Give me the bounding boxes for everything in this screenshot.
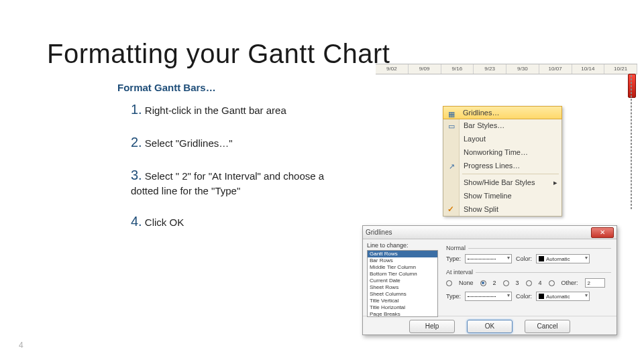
interval-color-label: Color: xyxy=(516,293,532,300)
step-number: 2. xyxy=(131,135,142,149)
list-item[interactable]: Gantt Rows xyxy=(368,251,437,257)
interval-type-label: Type: xyxy=(446,293,461,300)
list-item[interactable]: Title Vertical xyxy=(368,298,437,304)
timescale-date: 9/23 xyxy=(474,64,506,74)
step-item: 2. Select "Gridlines…" xyxy=(131,133,332,152)
ok-button[interactable]: OK xyxy=(467,320,513,333)
step-number: 3. xyxy=(131,168,142,182)
timescale-date: 9/02 xyxy=(376,64,409,74)
interval-section-label: At interval xyxy=(446,269,611,276)
list-item[interactable]: Sheet Columns xyxy=(368,291,437,298)
normal-section-label: Normal xyxy=(446,245,611,251)
step-item: 3. Select " 2" for "At Interval" and cho… xyxy=(131,166,332,198)
color-swatch-icon xyxy=(539,256,544,261)
line-sample-icon xyxy=(468,296,496,297)
line-to-change-listbox[interactable]: Gantt Rows Bar Rows Middle Tier Column B… xyxy=(367,250,438,317)
color-value: Automatic xyxy=(546,256,570,262)
menu-item-label: Progress Lines… xyxy=(464,162,520,170)
menu-item-gridlines[interactable]: ▦ Gridlines… xyxy=(443,106,562,119)
page-number: 4 xyxy=(19,341,23,350)
menu-item-show-timeline[interactable]: Show Timeline xyxy=(443,189,561,202)
interval-radio-2[interactable] xyxy=(480,280,486,286)
timescale-date: 10/07 xyxy=(539,64,572,74)
menu-item-label: Show/Hide Bar Styles xyxy=(464,178,535,186)
step-text: Select " 2" for "At Interval" and choose… xyxy=(131,170,324,196)
list-item[interactable]: Current Date xyxy=(368,278,437,284)
cancel-button[interactable]: Cancel xyxy=(525,320,570,333)
menu-item-show-split[interactable]: Show Split xyxy=(443,202,561,216)
radio-label: 4 xyxy=(539,280,542,286)
normal-type-combo[interactable] xyxy=(465,254,512,263)
timescale-date: 9/16 xyxy=(441,64,474,74)
interval-radio-group: None 2 3 4 Other: 2 xyxy=(446,278,611,288)
menu-item-show-hide-bar-styles[interactable]: Show/Hide Bar Styles ▸ xyxy=(443,176,561,189)
list-item[interactable]: Sheet Rows xyxy=(368,284,437,291)
progress-lines-icon: ↗ xyxy=(446,161,457,172)
dialog-title: Gridlines xyxy=(366,229,591,236)
radio-label: 2 xyxy=(493,280,496,286)
interval-color-combo[interactable]: Automatic xyxy=(536,292,590,301)
gridlines-icon: ▦ xyxy=(446,109,457,119)
menu-item-progress-lines[interactable]: ↗ Progress Lines… xyxy=(443,159,561,172)
color-label: Color: xyxy=(516,255,532,262)
timescale-date: 9/09 xyxy=(409,64,441,74)
dialog-close-button[interactable]: ✕ xyxy=(591,227,614,238)
step-text: Select "Gridlines…" xyxy=(145,137,233,149)
menu-item-layout[interactable]: Layout xyxy=(443,132,561,145)
list-item[interactable]: Bar Rows xyxy=(368,257,437,264)
menu-item-label: Show Split xyxy=(464,205,498,213)
radio-label: None xyxy=(459,280,474,286)
type-label: Type: xyxy=(446,255,461,262)
submenu-arrow-icon: ▸ xyxy=(553,178,557,187)
interval-radio-3[interactable] xyxy=(503,280,509,286)
radio-label: Other: xyxy=(561,280,578,286)
list-item[interactable]: Title Horizontal xyxy=(368,304,437,311)
slide-subtitle: Format Gantt Bars… xyxy=(117,82,216,93)
list-item[interactable]: Middle Tier Column xyxy=(368,264,437,271)
interval-type-combo[interactable] xyxy=(465,292,512,301)
interval-other-spinner[interactable]: 2 xyxy=(585,278,605,288)
dialog-titlebar: Gridlines ✕ xyxy=(363,226,616,239)
step-number: 1. xyxy=(131,102,142,117)
context-menu: ▦ Gridlines… ▭ Bar Styles… Layout Nonwor… xyxy=(443,106,562,217)
today-marker xyxy=(628,74,636,98)
slide-title: Formatting your Gantt Chart xyxy=(47,39,390,69)
line-sample-icon xyxy=(468,259,496,259)
menu-item-label: Gridlines… xyxy=(463,109,499,117)
menu-item-label: Bar Styles… xyxy=(464,121,504,129)
menu-separator xyxy=(462,174,559,174)
bar-styles-icon: ▭ xyxy=(446,121,457,131)
menu-item-bar-styles[interactable]: ▭ Bar Styles… xyxy=(443,119,561,132)
dialog-button-row: Help OK Cancel xyxy=(363,316,616,336)
menu-item-label: Show Timeline xyxy=(464,192,512,200)
interval-radio-other[interactable] xyxy=(549,280,555,286)
list-item[interactable]: Bottom Tier Column xyxy=(368,271,437,278)
interval-radio-none[interactable] xyxy=(446,280,452,286)
list-item[interactable]: Page Breaks xyxy=(368,311,437,317)
interval-radio-4[interactable] xyxy=(526,280,532,286)
step-item: 4. Click OK xyxy=(131,213,332,231)
normal-color-combo[interactable]: Automatic xyxy=(536,254,590,263)
gridlines-dialog: Gridlines ✕ Line to change: Gantt Rows B… xyxy=(362,225,617,335)
step-text: Right-click in the Gantt bar area xyxy=(145,105,286,116)
radio-label: 3 xyxy=(516,280,519,286)
menu-item-nonworking-time[interactable]: Nonworking Time… xyxy=(443,145,561,159)
timescale-date: 9/30 xyxy=(506,64,539,74)
color-swatch-icon xyxy=(539,294,544,299)
help-button[interactable]: Help xyxy=(409,320,455,333)
gantt-timescale: 9/02 9/09 9/16 9/23 9/30 10/07 10/14 10/… xyxy=(376,64,637,74)
step-number: 4. xyxy=(131,214,142,229)
timescale-date: 10/21 xyxy=(604,64,637,74)
menu-item-label: Nonworking Time… xyxy=(464,148,528,156)
line-to-change-label: Line to change: xyxy=(367,242,438,249)
current-date-gridline xyxy=(631,75,632,209)
timescale-date: 10/14 xyxy=(572,64,605,74)
color-value: Automatic xyxy=(546,294,570,300)
menu-item-label: Layout xyxy=(464,135,486,143)
step-item: 1. Right-click in the Gantt bar area xyxy=(131,101,332,119)
steps-list: 1. Right-click in the Gantt bar area 2. … xyxy=(131,101,332,245)
step-text: Click OK xyxy=(145,217,184,228)
